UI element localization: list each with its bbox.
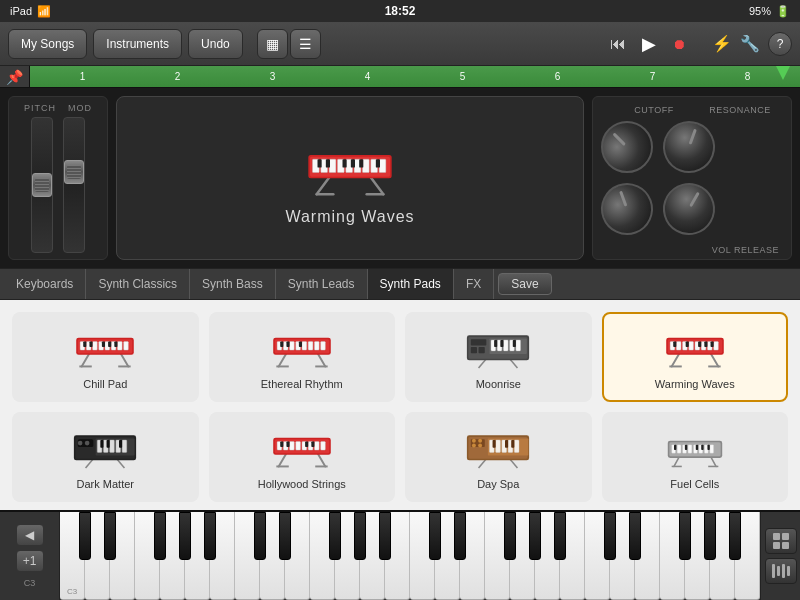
black-key[interactable] [354, 512, 366, 560]
piano-controls: ◀ +1 C3 [0, 512, 60, 600]
black-key[interactable] [204, 512, 216, 560]
undo-button[interactable]: Undo [188, 29, 243, 59]
arpeggio-button[interactable] [765, 558, 797, 584]
black-key[interactable] [604, 512, 616, 560]
record-button[interactable]: ⏺ [668, 32, 690, 56]
svg-rect-52 [314, 342, 319, 351]
black-key[interactable] [179, 512, 191, 560]
wrench-icon[interactable]: 🔧 [740, 34, 760, 53]
piano-keys[interactable] [60, 512, 760, 600]
instruments-button[interactable]: Instruments [93, 29, 182, 59]
svg-point-134 [478, 444, 482, 448]
battery-icon: 🔋 [776, 5, 790, 18]
svg-rect-121 [320, 442, 325, 451]
svg-rect-137 [496, 440, 501, 452]
play-button[interactable]: ▶ [638, 29, 660, 59]
svg-rect-124 [305, 442, 308, 447]
timeline-numbers[interactable]: 1 2 3 4 5 6 7 8 [30, 66, 800, 87]
svg-rect-168 [777, 566, 780, 576]
tab-synth-bass[interactable]: Synth Bass [190, 269, 276, 299]
svg-rect-86 [713, 342, 718, 351]
svg-line-21 [82, 353, 90, 366]
svg-rect-120 [314, 442, 319, 451]
black-key[interactable] [379, 512, 391, 560]
svg-rect-19 [359, 159, 363, 167]
keyboard-grid-button[interactable] [765, 528, 797, 554]
patch-chill-pad[interactable]: Chill Pad [12, 312, 199, 402]
tab-fx[interactable]: FX [454, 269, 494, 299]
cutoff-knob-2[interactable] [594, 176, 661, 243]
patch-dark-matter[interactable]: Dark Matter [12, 412, 199, 502]
svg-rect-15 [318, 159, 322, 167]
list-view-button[interactable]: ☰ [290, 29, 321, 59]
transport-controls: ⏮ ▶ ⏺ [606, 29, 698, 59]
patch-hollywood-strings[interactable]: Hollywood Strings [209, 412, 396, 502]
patch-warming-waves[interactable]: Warming Waves [602, 312, 789, 402]
svg-rect-89 [698, 342, 701, 347]
pitch-knob[interactable] [32, 173, 52, 197]
mod-slider[interactable] [63, 117, 85, 253]
tab-synth-pads[interactable]: Synth Pads [368, 269, 454, 299]
svg-line-41 [317, 353, 325, 366]
pitch-slider[interactable] [31, 117, 53, 253]
black-key[interactable] [154, 512, 166, 560]
svg-rect-102 [110, 440, 115, 452]
black-key[interactable] [679, 512, 691, 560]
list-view-icon: ☰ [299, 36, 312, 52]
patch-tabs: Keyboards Synth Classics Synth Bass Synt… [0, 268, 800, 300]
cutoff-knob[interactable] [590, 110, 664, 184]
ipad-label: iPad [10, 5, 32, 17]
timeline: 📌 1 2 3 4 5 6 7 8 [0, 66, 800, 88]
mod-knob[interactable] [64, 160, 84, 184]
patch-grid-row1: Chill Pad E [12, 312, 788, 402]
svg-rect-56 [299, 342, 302, 347]
black-key[interactable] [104, 512, 116, 560]
svg-line-108 [278, 453, 286, 466]
black-key[interactable] [504, 512, 516, 560]
black-key[interactable] [279, 512, 291, 560]
patch-area: Chill Pad E [0, 300, 800, 510]
patch-day-spa[interactable]: Day Spa [405, 412, 592, 502]
rewind-button[interactable]: ⏮ [606, 31, 630, 57]
black-key[interactable] [429, 512, 441, 560]
black-key[interactable] [704, 512, 716, 560]
resonance-knob[interactable] [656, 114, 723, 181]
tab-synth-leads[interactable]: Synth Leads [276, 269, 368, 299]
my-songs-button[interactable]: My Songs [8, 29, 87, 59]
svg-rect-48 [289, 342, 294, 351]
svg-rect-164 [782, 533, 789, 540]
octave-plus1-button[interactable]: +1 [16, 550, 44, 572]
grid-view-button[interactable]: ▦ [257, 29, 288, 59]
black-key[interactable] [329, 512, 341, 560]
plus1-label: +1 [23, 554, 37, 568]
black-key[interactable] [554, 512, 566, 560]
svg-rect-153 [688, 445, 692, 454]
pitch-label: PITCH [24, 103, 56, 113]
svg-rect-54 [280, 342, 283, 347]
resonance-knob-2[interactable] [653, 173, 724, 244]
help-button[interactable]: ? [768, 32, 792, 56]
svg-rect-91 [710, 342, 713, 347]
tab-synth-classics[interactable]: Synth Classics [86, 269, 190, 299]
patch-ethereal-rhythm[interactable]: Ethereal Rhythm [209, 312, 396, 402]
question-icon: ? [777, 37, 784, 51]
octave-left-button[interactable]: ◀ [16, 524, 44, 546]
tuner-icon[interactable]: ⚡ [712, 34, 732, 53]
svg-line-40 [278, 353, 286, 366]
tab-keyboards[interactable]: Keyboards [4, 269, 86, 299]
black-key[interactable] [629, 512, 641, 560]
save-button[interactable]: Save [498, 273, 551, 295]
patch-fuel-cells[interactable]: Fuel Cells [602, 412, 789, 502]
black-key[interactable] [529, 512, 541, 560]
chill-pad-icon [70, 322, 140, 372]
knobs-group: CUTOFF RESONANCE VOL RELEASE [592, 96, 792, 260]
svg-rect-160 [696, 445, 698, 450]
black-key[interactable] [254, 512, 266, 560]
svg-rect-158 [674, 445, 676, 450]
black-key[interactable] [79, 512, 91, 560]
beat-6: 6 [510, 71, 605, 82]
black-key[interactable] [454, 512, 466, 560]
black-key[interactable] [729, 512, 741, 560]
svg-rect-18 [351, 159, 355, 167]
patch-moonrise[interactable]: Moonrise [405, 312, 592, 402]
